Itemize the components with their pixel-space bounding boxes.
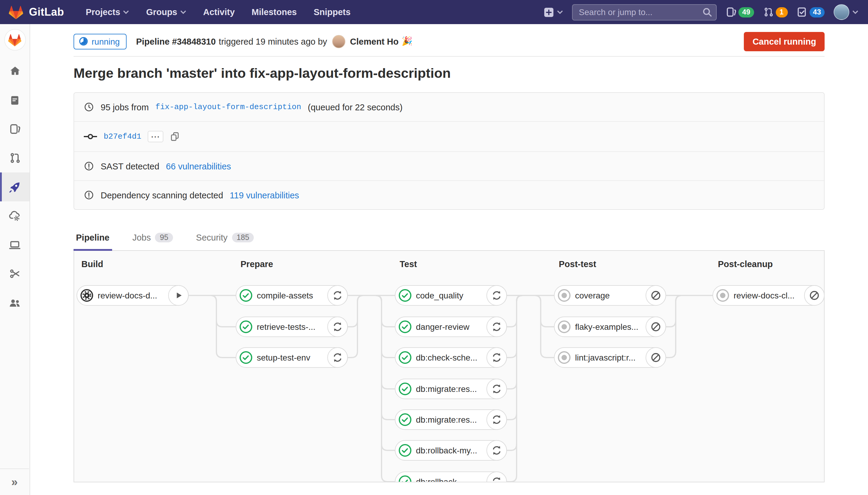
- retry-job-button[interactable]: [486, 409, 507, 430]
- commit-sha-link[interactable]: b27ef4d1: [104, 132, 141, 141]
- sidebar-collapse-toggle[interactable]: »: [0, 468, 29, 495]
- sidebar-item-operations[interactable]: [0, 201, 30, 230]
- running-spinner-icon: [79, 37, 88, 46]
- todos-count-button[interactable]: 43: [797, 7, 824, 17]
- retry-job-button[interactable]: [486, 317, 507, 337]
- retry-icon: [491, 444, 503, 456]
- cancel-job-button[interactable]: [804, 285, 824, 306]
- job-label: danger-review: [416, 322, 486, 331]
- pipeline-summary-card: 95 jobs from fix-app-layout-form-descrip…: [73, 92, 824, 210]
- dependency-vulnerabilities-link[interactable]: 119 vulnerabilities: [230, 190, 299, 200]
- nav-groups[interactable]: Groups: [146, 7, 186, 17]
- job-pill[interactable]: db:check-sche...: [395, 347, 507, 368]
- sidebar-item-issues[interactable]: [0, 115, 30, 143]
- sast-text: SAST detected: [101, 161, 159, 171]
- retry-icon: [491, 383, 503, 395]
- search-input[interactable]: [572, 4, 717, 20]
- nav-milestones[interactable]: Milestones: [251, 7, 297, 17]
- job-pill[interactable]: retrieve-tests-...: [236, 317, 348, 337]
- tab-security[interactable]: Security 185: [193, 233, 257, 250]
- job-pill[interactable]: db:rollback-...: [395, 472, 507, 482]
- status-success-icon: [398, 475, 412, 482]
- status-created-icon: [558, 351, 571, 364]
- sidebar-item-repository[interactable]: [0, 86, 30, 115]
- cancel-job-button[interactable]: [646, 317, 666, 337]
- retry-job-button[interactable]: [327, 347, 348, 368]
- retry-job-button[interactable]: [486, 285, 507, 306]
- author-avatar[interactable]: [332, 35, 345, 48]
- job-pill[interactable]: code_quality: [395, 285, 507, 306]
- sidebar-item-environments[interactable]: [0, 230, 30, 259]
- retry-job-button[interactable]: [327, 317, 348, 337]
- branch-link[interactable]: fix-app-layout-form-description: [156, 102, 301, 112]
- commit-description-toggle[interactable]: ···: [148, 131, 164, 142]
- pipeline-status-badge[interactable]: running: [73, 33, 126, 49]
- tanuki-icon: [8, 33, 22, 47]
- job-pill[interactable]: db:migrate:res...: [395, 409, 507, 430]
- party-emoji: 🎉: [402, 36, 413, 47]
- active-indicator-bar: [0, 172, 2, 201]
- commit-icon: [84, 132, 97, 141]
- user-menu-button[interactable]: [834, 4, 858, 20]
- job-pill[interactable]: flaky-examples...: [554, 317, 666, 337]
- job-pill[interactable]: review-docs-d...: [76, 285, 189, 306]
- tab-pipeline[interactable]: Pipeline: [73, 233, 112, 250]
- gitlab-project-avatar[interactable]: [4, 29, 25, 51]
- sidebar-item-overview[interactable]: [0, 57, 30, 86]
- sidebar-item-merge-requests[interactable]: [0, 143, 30, 172]
- retry-job-button[interactable]: [486, 347, 507, 368]
- nav-groups-label: Groups: [146, 7, 177, 17]
- jobs-count-text: 95 jobs from: [101, 102, 149, 112]
- author-name[interactable]: Clement Ho: [350, 36, 398, 46]
- tab-jobs[interactable]: Jobs 95: [130, 233, 175, 250]
- job-pill[interactable]: compile-assets: [236, 285, 348, 306]
- tab-jobs-label: Jobs: [132, 233, 151, 242]
- status-created-icon: [558, 320, 571, 334]
- gitlab-home-link[interactable]: GitLab: [8, 4, 64, 20]
- job-pill[interactable]: review-docs-cl...: [712, 285, 824, 306]
- pipeline-tabs: Pipeline Jobs 95 Security 185: [73, 223, 824, 251]
- cancel-job-button[interactable]: [646, 347, 666, 368]
- queued-text: (queued for 22 seconds): [308, 102, 402, 112]
- retry-icon: [331, 321, 344, 333]
- cancel-icon: [808, 289, 820, 302]
- dependency-row: Dependency scanning detected 119 vulnera…: [74, 180, 824, 209]
- status-success-icon: [398, 444, 412, 457]
- pipeline-header: running Pipeline #34848310 triggered 19 …: [73, 24, 824, 53]
- nav-activity-label: Activity: [203, 7, 235, 17]
- cancel-icon: [650, 321, 662, 333]
- retry-job-button[interactable]: [486, 440, 507, 461]
- job-pill[interactable]: db:migrate:res...: [395, 379, 507, 399]
- job-pill[interactable]: setup-test-env: [236, 347, 348, 368]
- sidebar-item-ci-cd[interactable]: [0, 172, 30, 201]
- retry-job-button[interactable]: [327, 285, 348, 306]
- merge-requests-count-button[interactable]: 1: [763, 7, 787, 17]
- todo-check-icon: [797, 7, 808, 17]
- nav-snippets[interactable]: Snippets: [314, 7, 350, 17]
- copy-sha-button[interactable]: [170, 132, 180, 142]
- cancel-job-button[interactable]: [646, 285, 666, 306]
- snippets-scissors-icon: [9, 268, 21, 280]
- retry-job-button[interactable]: [486, 379, 507, 399]
- job-pill[interactable]: coverage: [554, 285, 666, 306]
- cancel-running-button[interactable]: Cancel running: [744, 32, 824, 51]
- chevron-down-icon: [557, 10, 563, 14]
- sidebar-item-members[interactable]: [0, 288, 30, 317]
- play-job-button[interactable]: [168, 285, 189, 306]
- job-label: db:migrate:res...: [416, 384, 486, 394]
- job-pill[interactable]: lint:javascript:r...: [554, 347, 666, 368]
- issues-count-button[interactable]: 49: [726, 7, 754, 17]
- job-pill[interactable]: db:rollback-my...: [395, 440, 507, 461]
- laptop-icon: [8, 238, 21, 251]
- job-pill[interactable]: danger-review: [395, 317, 507, 337]
- jobs-count-badge: 95: [155, 233, 173, 242]
- pipeline-meta: Pipeline #34848310 triggered 19 minutes …: [136, 35, 412, 48]
- nav-activity[interactable]: Activity: [203, 7, 235, 17]
- nav-projects[interactable]: Projects: [86, 7, 129, 17]
- status-success-icon: [398, 289, 412, 302]
- sidebar-item-snippets[interactable]: [0, 259, 30, 288]
- sast-vulnerabilities-link[interactable]: 66 vulnerabilities: [166, 161, 231, 171]
- new-menu-button[interactable]: [543, 6, 563, 18]
- rocket-icon: [8, 181, 21, 193]
- status-label: running: [92, 36, 120, 46]
